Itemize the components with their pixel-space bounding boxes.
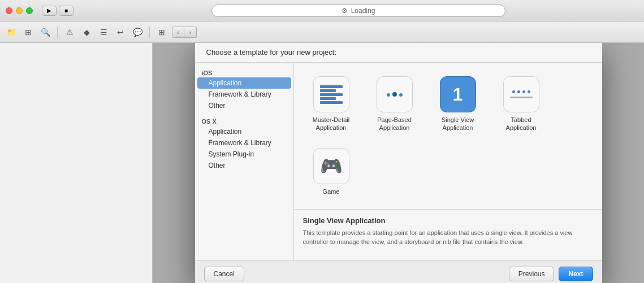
- single-view-label: Single ViewApplication: [442, 116, 474, 132]
- loading-text: Loading: [351, 7, 375, 15]
- single-view-icon: 1: [440, 76, 476, 112]
- sidebar-item-osx-application[interactable]: Application: [197, 126, 291, 137]
- previous-button[interactable]: Previous: [509, 267, 555, 281]
- toolbar: 📁 ⊞ 🔍 ⚠ ◆ ☰ ↩ 💬 ⊞ ‹ ›: [0, 21, 644, 43]
- nav-forward-button[interactable]: ›: [184, 27, 197, 38]
- game-icon-wrapper: 🎮: [313, 148, 349, 184]
- tab-bar: [510, 97, 533, 98]
- dot-1: [387, 93, 390, 97]
- new-project-dialog: Choose a template for your new project: …: [195, 43, 602, 283]
- search-icon[interactable]: 🔍: [38, 25, 52, 39]
- maximize-button[interactable]: [26, 7, 33, 14]
- sidebar-item-ios-application[interactable]: Application: [197, 77, 291, 89]
- dialog-footer: Cancel Previous Next: [195, 260, 602, 283]
- main-area: Choose a template for your new project: …: [0, 43, 644, 283]
- description-text: This template provides a starting point …: [303, 228, 593, 247]
- sidebar-item-ios-other[interactable]: Other: [197, 100, 291, 111]
- md-bar-5: [320, 101, 343, 104]
- tabbed-icon: [503, 76, 539, 112]
- osx-section-header: OS X: [195, 116, 293, 126]
- loading-spinner-icon: ⚙: [342, 7, 348, 15]
- dialog-title: Choose a template for your new project:: [206, 48, 337, 56]
- md-bar-4: [320, 97, 336, 100]
- nav-back-button[interactable]: ‹: [172, 27, 184, 38]
- master-detail-icon: [313, 76, 349, 112]
- cancel-button[interactable]: Cancel: [204, 267, 244, 281]
- warning-icon[interactable]: ⚠: [63, 25, 76, 39]
- template-grid-area: Master-DetailApplication: [294, 63, 602, 260]
- ios-section-header: iOS: [195, 67, 293, 77]
- dot-3: [399, 93, 403, 97]
- template-page-based[interactable]: Page-BasedApplication: [366, 72, 423, 137]
- tab-dot-2: [517, 90, 520, 93]
- page-dots: [387, 92, 403, 97]
- template-single-view[interactable]: 1 Single ViewApplication: [430, 72, 486, 137]
- page-based-label: Page-BasedApplication: [377, 116, 412, 132]
- grid-icon[interactable]: ⊞: [21, 25, 35, 39]
- game-label: Game: [323, 188, 340, 195]
- template-game[interactable]: 🎮 Game: [303, 143, 360, 200]
- sidebar-item-ios-framework[interactable]: Framework & Library: [197, 89, 291, 100]
- tabbed-label: TabbedApplication: [506, 116, 537, 132]
- tab-dots: [512, 90, 530, 93]
- bubble-icon[interactable]: 💬: [131, 25, 144, 39]
- description-title: Single View Application: [303, 216, 593, 225]
- tab-dot-3: [522, 90, 525, 93]
- nav-buttons: ‹ ›: [172, 27, 197, 38]
- dot-2: [392, 92, 397, 97]
- sidebar: [0, 43, 153, 283]
- content-area: Choose a template for your new project: …: [153, 43, 644, 283]
- list-icon[interactable]: ☰: [97, 25, 110, 39]
- master-detail-label: Master-DetailApplication: [313, 116, 349, 132]
- address-bar: ⚙ Loading: [211, 5, 505, 17]
- folder-icon[interactable]: 📁: [5, 25, 18, 39]
- sidebar-item-osx-plugin[interactable]: System Plug-in: [197, 149, 291, 160]
- template-sidebar: iOS Application Framework & Library Othe…: [195, 63, 294, 260]
- traffic-lights: [6, 7, 33, 14]
- dialog-body: iOS Application Framework & Library Othe…: [195, 63, 602, 260]
- separator-2: [149, 27, 150, 38]
- md-bar-2: [320, 89, 336, 92]
- close-button[interactable]: [6, 7, 12, 14]
- stop-button[interactable]: ■: [59, 6, 74, 16]
- md-bar-1: [320, 85, 343, 88]
- dialog-header: Choose a template for your new project:: [195, 43, 602, 63]
- titlebar-controls: ▶ ■: [42, 6, 74, 16]
- sidebar-item-osx-other[interactable]: Other: [197, 160, 291, 171]
- single-view-number: 1: [453, 84, 463, 105]
- md-bar-3: [320, 93, 343, 96]
- sidebar-item-osx-framework[interactable]: Framework & Library: [197, 137, 291, 149]
- titlebar: ▶ ■ ⚙ Loading: [0, 0, 644, 21]
- template-grid: Master-DetailApplication: [294, 63, 602, 210]
- arrow-circle-icon[interactable]: ↩: [114, 25, 127, 39]
- template-tabbed[interactable]: TabbedApplication: [493, 72, 550, 137]
- tab-dot-1: [512, 90, 515, 93]
- description-area: Single View Application This template pr…: [294, 210, 602, 260]
- diamond-icon[interactable]: ◆: [80, 25, 93, 39]
- next-button[interactable]: Next: [559, 267, 593, 281]
- master-detail-icon-graphic: [318, 83, 345, 106]
- play-button[interactable]: ▶: [42, 6, 57, 16]
- footer-right: Previous Next: [509, 267, 593, 281]
- template-master-detail[interactable]: Master-DetailApplication: [303, 72, 360, 137]
- minimize-button[interactable]: [16, 7, 23, 14]
- tab-icon-graphic: [510, 90, 533, 98]
- grid-view-icon[interactable]: ⊞: [155, 25, 168, 39]
- game-icon: 🎮: [320, 155, 343, 177]
- page-based-icon: [377, 76, 413, 112]
- separator-1: [57, 27, 58, 38]
- tab-dot-4: [528, 90, 530, 93]
